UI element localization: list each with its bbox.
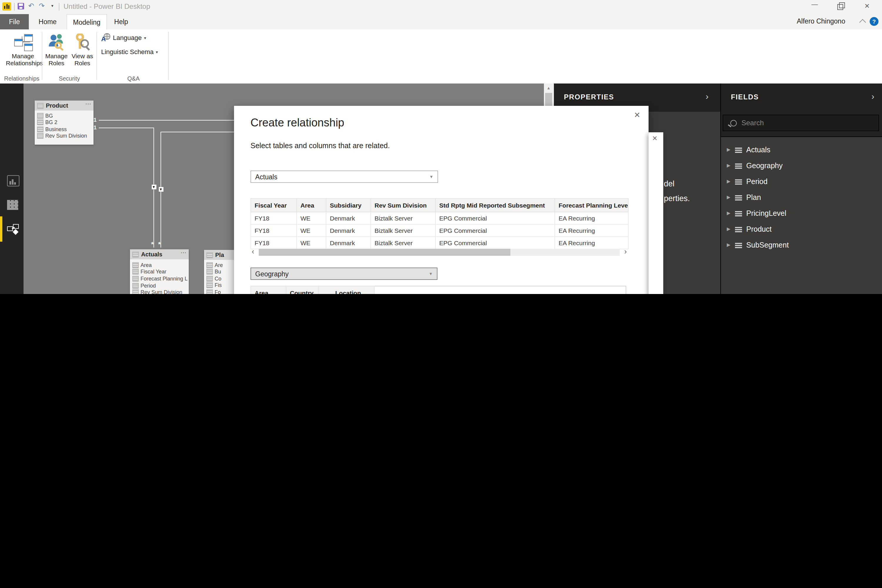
view-as-roles-button[interactable]: View as Roles — [70, 32, 94, 72]
manage-relationships-icon — [14, 34, 32, 51]
undo-icon[interactable]: ↶ — [28, 2, 34, 10]
linguistic-schema-caret-icon: ▾ — [156, 50, 158, 55]
manage-roles-icon — [48, 33, 64, 51]
user-name[interactable]: Alfero Chingono — [797, 18, 845, 25]
tab-home[interactable]: Home — [29, 14, 66, 29]
table-card-product[interactable]: Product ⋯ BG BG 2 Business Rev Sum Divis… — [35, 100, 93, 145]
expand-icon[interactable]: ▶ — [727, 179, 730, 184]
group-security-label: Security — [45, 75, 94, 82]
background-dialog-close-icon[interactable]: ✕ — [652, 135, 657, 142]
collapse-properties-icon[interactable]: › — [706, 91, 708, 101]
view-as-roles-icon — [75, 33, 90, 51]
collapse-ribbon-icon[interactable] — [860, 19, 866, 26]
separator — [59, 3, 59, 10]
field-table-plan[interactable]: ▶Plan — [721, 189, 882, 205]
cardinality-one: 1 — [93, 124, 97, 130]
window-title: Untitled - Power BI Desktop — [63, 2, 150, 10]
table-icon — [735, 147, 742, 153]
first-table-dropdown[interactable]: Actuals▼ — [250, 171, 438, 183]
field-table-subsegment[interactable]: ▶SubSegment — [721, 237, 882, 253]
field-table-geography[interactable]: ▶Geography — [721, 158, 882, 174]
table-icon — [735, 163, 742, 168]
ribbon: Manage Relationships Relationships Manag… — [0, 29, 882, 84]
dropdown-caret-icon: ▼ — [429, 272, 433, 276]
dialog-table-scrollbar[interactable]: ‹ › — [250, 248, 628, 256]
view-navigation — [0, 84, 24, 294]
scroll-left-icon[interactable]: ‹ — [252, 247, 254, 256]
expand-icon[interactable]: ▶ — [727, 242, 730, 248]
save-icon[interactable] — [18, 3, 24, 9]
restore-button[interactable] — [837, 4, 843, 10]
relationship-line[interactable] — [160, 131, 234, 132]
relationship-direction-arrow: ▼ — [152, 184, 156, 189]
report-view-icon[interactable] — [7, 175, 20, 186]
minimize-button[interactable]: — — [812, 1, 818, 8]
relationship-line[interactable] — [99, 120, 234, 120]
model-view-icon[interactable] — [7, 224, 18, 234]
second-table-preview[interactable]: AreaCountry Location WEAustriaVienna, Au… — [250, 286, 375, 294]
relationship-line[interactable] — [99, 127, 153, 128]
table-row[interactable]: FY18WE DenmarkBiztalk Server EPG Commerc… — [251, 224, 628, 237]
fields-search-input[interactable] — [740, 118, 860, 128]
manage-relationships-button[interactable]: Manage Relationships — [6, 32, 40, 72]
group-divider — [168, 32, 169, 80]
create-relationship-dialog: ✕ Create relationship Select tables and … — [234, 106, 649, 294]
group-divider — [42, 32, 42, 80]
language-caret-icon: ▾ — [144, 36, 146, 40]
table-icon — [735, 226, 742, 232]
field-table-actuals[interactable]: ▶Actuals — [721, 142, 882, 158]
expand-icon[interactable]: ▶ — [727, 210, 730, 216]
table-icon — [735, 194, 742, 200]
dialog-close-icon[interactable]: ✕ — [634, 111, 640, 119]
language-icon: A — [101, 33, 111, 42]
dialog-title: Create relationship — [250, 116, 344, 129]
ribbon-tab-row: File Home Modeling Help Alfero Chingono … — [0, 14, 882, 29]
first-table-preview[interactable]: Fiscal YearArea SubsidiaryRev Sum Divisi… — [250, 198, 628, 249]
power-bi-desktop-window: ↶ ↷ ▼ Untitled - Power BI Desktop — ✕ Fi… — [0, 0, 882, 294]
toolbar-dropdown-icon[interactable]: ▼ — [51, 4, 54, 8]
redo-icon[interactable]: ↷ — [39, 2, 45, 10]
properties-title: PROPERTIES — [564, 93, 614, 101]
expand-icon[interactable]: ▶ — [727, 226, 730, 232]
close-button[interactable]: ✕ — [864, 2, 870, 10]
cardinality-many: * — [151, 240, 154, 248]
tab-modeling[interactable]: Modeling — [66, 14, 107, 30]
separator — [14, 3, 15, 10]
field-table-product[interactable]: ▶Product — [721, 221, 882, 237]
group-relationships-label: Relationships — [3, 75, 40, 82]
scroll-right-icon[interactable]: › — [624, 247, 627, 256]
field-table-pricinglevel[interactable]: ▶PricingLevel — [721, 205, 882, 221]
tab-help[interactable]: Help — [106, 14, 136, 29]
group-qa-label: Q&A — [101, 75, 166, 82]
table-row[interactable]: FY18WE DenmarkBiztalk Server EPG Commerc… — [251, 212, 628, 224]
cardinality-many: * — [158, 240, 161, 248]
expand-icon[interactable]: ▶ — [727, 147, 730, 152]
manage-roles-button[interactable]: Manage Roles — [45, 32, 68, 72]
properties-text-fragment: del — [664, 179, 674, 188]
dropdown-caret-icon: ▼ — [429, 175, 434, 179]
fields-title: FIELDS — [731, 93, 759, 101]
fields-header: FIELDS › — [721, 84, 882, 137]
fields-search-box[interactable] — [723, 115, 879, 131]
scroll-up-icon[interactable]: ▲ — [546, 86, 550, 90]
collapse-fields-icon[interactable]: › — [872, 91, 874, 101]
scrollbar-thumb[interactable] — [259, 249, 510, 256]
table-row[interactable]: FY18WE DenmarkBiztalk Server EPG Commerc… — [251, 237, 628, 249]
table-menu-icon[interactable]: ⋯ — [180, 249, 186, 256]
second-table-dropdown[interactable]: Geography▼ — [250, 267, 438, 280]
search-icon — [730, 120, 737, 126]
second-table-preview-box: AreaCountry Location WEAustriaVienna, Au… — [250, 286, 626, 294]
expand-icon[interactable]: ▶ — [727, 195, 730, 200]
table-card-actuals[interactable]: Actuals ⋯ Area Fiscal Year Forecast Plan… — [130, 249, 189, 294]
help-icon[interactable]: ? — [870, 17, 879, 26]
active-view-indicator — [0, 216, 2, 242]
fields-panel: FIELDS › ▶Actuals ▶Geography ▶Period ▶Pl… — [720, 84, 882, 294]
svg-text:A: A — [101, 35, 106, 42]
cardinality-one: 1 — [93, 116, 97, 123]
table-card-plan[interactable]: Pla Are Bu Co Fis Fo Fo Pe Re Sto — [204, 250, 234, 294]
expand-icon[interactable]: ▶ — [727, 163, 730, 168]
data-view-icon[interactable] — [7, 200, 18, 210]
table-menu-icon[interactable]: ⋯ — [85, 100, 91, 107]
field-table-period[interactable]: ▶Period — [721, 174, 882, 189]
tab-file[interactable]: File — [0, 14, 29, 29]
